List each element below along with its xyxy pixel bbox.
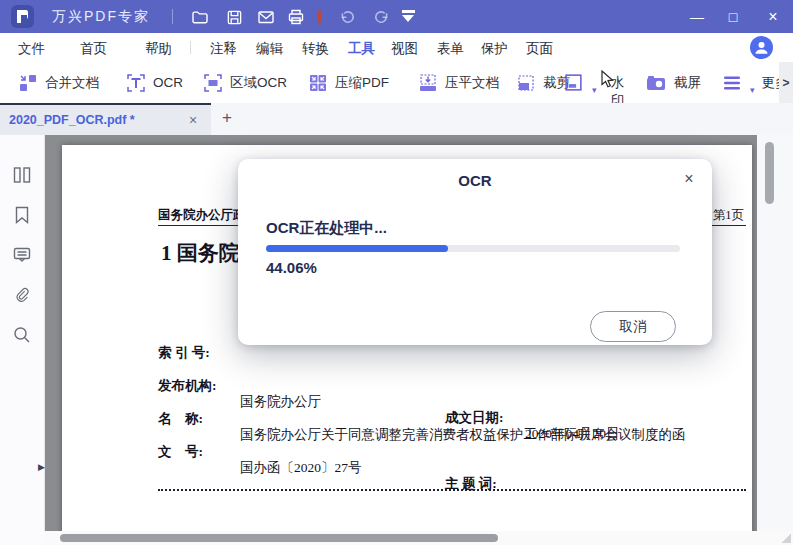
tab-title: 2020_PDF_OCR.pdf * [9,113,135,127]
attachment-icon[interactable] [12,285,32,305]
field-label: 索 引 号: [158,344,210,362]
ocr-status-text: OCR正在处理中... [266,219,387,238]
doc-field-row: 名 称: 国务院办公厅关于同意调整完善消费者权益保护工作部际联席会议制度的函 [62,394,752,412]
titlebar: 万兴PDF专家 — □ × [0,0,793,33]
doc-page-number: 第1页 [713,207,744,224]
document-tabbar: 2020_PDF_OCR.pdf * × + [0,103,793,135]
print-icon[interactable] [286,7,306,27]
toolbar-compress-pdf[interactable]: 压缩PDF [308,62,389,103]
save-icon[interactable] [224,7,244,27]
doc-field-row: 发布机构: 国务院办公厅 成文日期: 2020年04月20日 [62,361,752,379]
compress-pdf-icon [308,73,328,93]
area-ocr-icon [203,73,223,93]
toolbar-label: 截屏 [674,74,701,92]
merge-docs-icon [18,73,38,93]
chevron-down-icon[interactable]: ▾ [592,85,597,103]
menu-help[interactable]: 帮助 [145,40,172,58]
minimize-button[interactable]: — [680,0,714,33]
toolbar-ocr[interactable]: OCR [126,62,183,103]
menu-comment[interactable]: 注释 [210,40,237,58]
chevron-down-icon[interactable]: ▾ [750,85,755,103]
toolbar-screenshot[interactable]: 截屏 [645,62,701,103]
toolbar-area-ocr[interactable]: 区域OCR [203,62,287,103]
field-label: 名 称: [158,410,203,428]
maximize-button[interactable]: □ [716,0,750,33]
dialog-title: OCR [238,172,712,189]
flatten-doc-icon [418,73,438,93]
user-avatar-icon[interactable] [750,36,773,59]
field-value: 国办函〔2020〕27号 [240,459,362,477]
sidebar-expand-handle[interactable]: ▶ [38,462,45,472]
menu-file[interactable]: 文件 [18,40,45,58]
menu-protect[interactable]: 保护 [481,40,508,58]
doc-dotted-divider [158,489,746,491]
cancel-button[interactable]: 取消 [590,311,676,342]
menu-separator [190,41,191,54]
new-tab-button[interactable]: + [215,106,239,130]
tab-close-icon[interactable]: × [183,110,203,130]
app-logo-icon [11,5,34,28]
field-label: 发布机构: [158,377,217,395]
thumbnails-icon[interactable] [12,165,32,185]
progress-bar-track [266,245,680,252]
toolbar-flatten-doc[interactable]: 压平文档 [418,62,499,103]
toolbar-label: 压平文档 [445,74,499,92]
titlebar-separator [172,9,173,24]
open-folder-icon[interactable] [190,7,210,27]
screenshot-icon [645,73,667,93]
bookmark-icon[interactable] [12,205,32,225]
toolbar-label: 压缩PDF [335,74,389,92]
ocr-progress-dialog: OCR × OCR正在处理中... 44.06% 取消 [238,159,712,345]
notification-mark [318,10,321,23]
menu-convert[interactable]: 转换 [302,40,329,58]
menu-home[interactable]: 首页 [80,40,107,58]
undo-icon[interactable] [337,7,357,27]
close-button[interactable]: × [756,0,790,33]
toolbar-label: 合并文档 [45,74,99,92]
toolbar-expand-chevron[interactable]: > [779,62,793,103]
ocr-icon [126,73,146,93]
comment-icon[interactable] [12,245,32,265]
menu-edit[interactable]: 编辑 [256,40,283,58]
progress-bar-fill [266,245,448,252]
doc-field-row: 文 号: 国办函〔2020〕27号 主 题 词: [62,427,752,445]
left-panel-sidebar [0,135,45,545]
doc-heading: 1 国务院 [161,239,240,267]
horizontal-scrollbar-thumb[interactable] [60,534,498,542]
dialog-close-icon[interactable]: × [678,168,700,190]
customize-toolbar-icon[interactable] [402,10,415,22]
app-title: 万兴PDF专家 [52,8,150,26]
horizontal-scrollbar-track[interactable] [44,531,793,545]
toolbar: 合并文档 OCR 区域OCR 压缩PDF 压平文档 裁剪 ▾ 水印 截屏 ▾ 更… [0,62,793,104]
menubar: 文件 首页 帮助 注释 编辑 转换 工具 视图 表单 保护 页面 [0,33,793,62]
vertical-scrollbar-track[interactable] [757,135,793,545]
field-label: 文 号: [158,443,203,461]
menu-tools[interactable]: 工具 [348,40,375,58]
menu-form[interactable]: 表单 [437,40,464,58]
email-icon[interactable] [256,7,276,27]
document-tab[interactable]: 2020_PDF_OCR.pdf * × [0,103,211,135]
hamburger-menu-icon [722,73,742,93]
toolbar-label: OCR [153,75,183,90]
menu-view[interactable]: 视图 [391,40,418,58]
doc-header-left: 国务院办公厅政 [158,207,244,224]
toolbar-label: 区域OCR [230,74,287,92]
toolbar-merge-docs[interactable]: 合并文档 [18,62,99,103]
menu-page[interactable]: 页面 [526,40,553,58]
toolbar-watermark[interactable]: ▾ 水印 [563,62,597,103]
redo-icon[interactable] [371,7,391,27]
progress-percent: 44.06% [266,259,317,276]
watermark-icon [563,72,584,93]
crop-icon [516,73,536,93]
toolbar-crop[interactable]: 裁剪 [516,62,570,103]
vertical-scrollbar-thumb[interactable] [765,142,774,204]
resize-grip[interactable] [781,533,791,543]
search-icon[interactable] [12,325,32,345]
toolbar-overflow-menu[interactable]: ▾ 更多 [722,62,784,103]
mouse-cursor [601,70,616,89]
